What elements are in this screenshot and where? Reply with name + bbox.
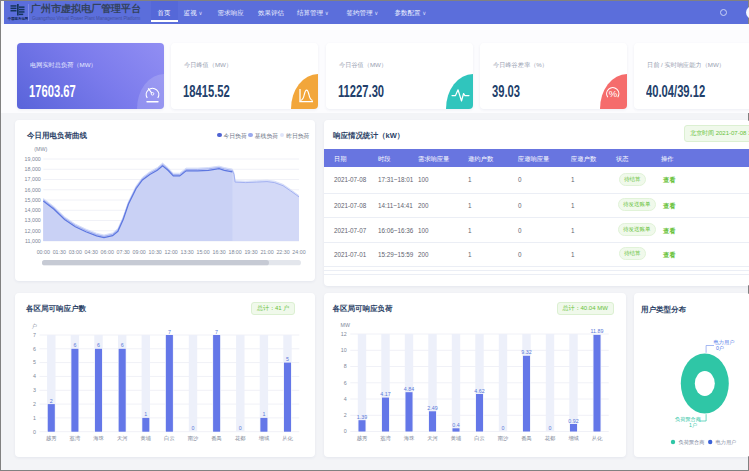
svg-text:12: 12: [340, 331, 346, 337]
svg-text:增城: 增城: [568, 435, 579, 442]
svg-text:5: 5: [286, 356, 289, 362]
svg-text:增城: 增城: [259, 435, 270, 442]
svg-text:10:30: 10:30: [149, 249, 162, 255]
svg-text:花都: 花都: [544, 435, 555, 442]
svg-text:5: 5: [33, 359, 36, 365]
svg-text:0.4: 0.4: [452, 422, 459, 428]
svg-text:0.92: 0.92: [568, 418, 578, 424]
svg-text:11,000: 11,000: [25, 238, 41, 244]
svg-text:24:00: 24:00: [292, 249, 305, 255]
svg-text:2: 2: [33, 401, 36, 407]
svg-text:0户: 0户: [716, 345, 724, 351]
svg-text:电力用户: 电力用户: [716, 439, 737, 446]
svg-text:0: 0: [501, 425, 504, 431]
svg-text:11.89: 11.89: [590, 328, 603, 334]
svg-text:19,000: 19,000: [25, 156, 41, 162]
svg-text:12,000: 12,000: [25, 228, 41, 234]
svg-text:21:00: 21:00: [260, 249, 273, 255]
svg-text:4: 4: [33, 373, 36, 379]
svg-text:南沙: 南沙: [188, 435, 199, 442]
svg-text:1.39: 1.39: [356, 414, 366, 420]
svg-text:22:30: 22:30: [276, 249, 289, 255]
svg-text:2: 2: [343, 412, 346, 418]
svg-text:00:00: 00:00: [37, 249, 50, 255]
svg-text:19:30: 19:30: [244, 249, 257, 255]
svg-text:0: 0: [239, 425, 242, 431]
svg-text:3: 3: [33, 387, 36, 393]
svg-text:越秀: 越秀: [356, 435, 367, 442]
svg-text:MW: MW: [340, 322, 349, 328]
svg-text:18,000: 18,000: [25, 166, 41, 172]
svg-text:13:30: 13:30: [180, 249, 193, 255]
svg-text:0: 0: [343, 428, 346, 434]
svg-text:1: 1: [262, 411, 265, 417]
svg-text:4.84: 4.84: [403, 386, 413, 392]
svg-text:2: 2: [50, 398, 53, 404]
svg-text:越秀: 越秀: [46, 435, 57, 442]
svg-text:南沙: 南沙: [497, 435, 508, 442]
svg-text:6: 6: [73, 342, 76, 348]
svg-text:2.49: 2.49: [427, 405, 437, 411]
svg-text:白云: 白云: [164, 435, 175, 441]
svg-text:7: 7: [168, 329, 171, 335]
svg-text:03:00: 03:00: [69, 249, 82, 255]
svg-text:(MW): (MW): [34, 146, 47, 152]
svg-text:15,000: 15,000: [25, 197, 41, 203]
svg-text:7: 7: [215, 329, 218, 335]
svg-text:天河: 天河: [117, 435, 128, 441]
svg-text:09:00: 09:00: [133, 249, 146, 255]
svg-text:7: 7: [33, 332, 36, 338]
svg-text:01:30: 01:30: [53, 249, 66, 255]
svg-text:4.62: 4.62: [474, 388, 484, 394]
svg-text:番禺: 番禺: [521, 435, 532, 441]
svg-text:中国南方电网: 中国南方电网: [8, 16, 29, 21]
svg-text:07:30: 07:30: [117, 249, 130, 255]
svg-text:白云: 白云: [474, 435, 485, 441]
svg-text:荔湾: 荔湾: [70, 435, 81, 442]
svg-text:0: 0: [548, 425, 551, 431]
svg-text:0: 0: [192, 425, 195, 431]
svg-text:1: 1: [33, 415, 36, 421]
svg-text:18:00: 18:00: [228, 249, 241, 255]
svg-text:天河: 天河: [427, 435, 438, 441]
svg-text:花都: 花都: [235, 435, 246, 442]
svg-text:4.17: 4.17: [380, 391, 390, 397]
svg-text:6: 6: [33, 346, 36, 352]
svg-text:黄埔: 黄埔: [141, 435, 152, 442]
svg-text:黄埔: 黄埔: [450, 435, 461, 442]
svg-text:10: 10: [340, 347, 346, 353]
svg-text:6: 6: [97, 342, 100, 348]
svg-text:16:30: 16:30: [212, 249, 225, 255]
svg-text:6: 6: [121, 342, 124, 348]
svg-text:%: %: [609, 88, 618, 99]
svg-text:番禺: 番禺: [211, 435, 222, 441]
svg-text:1户: 1户: [689, 422, 697, 428]
svg-text:16,000: 16,000: [25, 187, 41, 193]
svg-text:9.32: 9.32: [521, 349, 531, 355]
svg-text:6: 6: [343, 380, 346, 386]
svg-text:04:30: 04:30: [85, 249, 98, 255]
svg-text:15:00: 15:00: [196, 249, 209, 255]
svg-text:13,000: 13,000: [25, 217, 41, 223]
svg-text:荔湾: 荔湾: [380, 435, 391, 442]
svg-text:17,000: 17,000: [25, 176, 41, 182]
svg-text:14,000: 14,000: [25, 207, 41, 213]
svg-text:0: 0: [33, 429, 36, 435]
svg-text:负荷聚合商: 负荷聚合商: [679, 439, 705, 446]
svg-text:12:00: 12:00: [165, 249, 178, 255]
svg-text:从化: 从化: [591, 435, 602, 442]
svg-text:户: 户: [32, 323, 37, 329]
svg-text:06:00: 06:00: [101, 249, 114, 255]
svg-text:4: 4: [343, 396, 346, 402]
svg-text:8: 8: [343, 363, 346, 369]
svg-text:1: 1: [144, 411, 147, 417]
svg-text:海珠: 海珠: [403, 435, 414, 441]
svg-text:从化: 从化: [282, 435, 293, 442]
svg-text:海珠: 海珠: [93, 435, 104, 441]
